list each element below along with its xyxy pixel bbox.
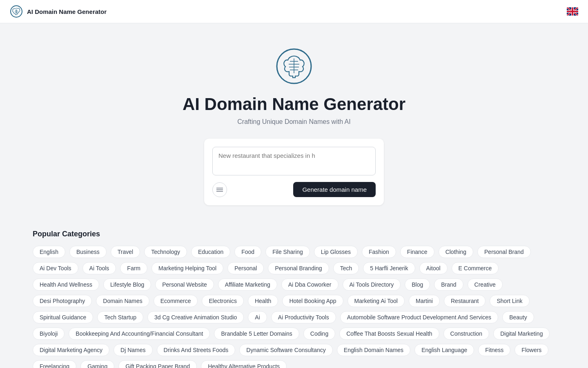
header-left: AI Domain Name Generator [10,5,107,18]
category-tag[interactable]: Lip Glosses [314,246,358,258]
category-tag[interactable]: English [33,246,65,258]
categories-title: Popular Categories [33,230,555,238]
category-tag[interactable]: Ai Productivity Tools [271,311,336,323]
category-tag[interactable]: Brand [434,278,463,291]
category-tag[interactable]: Business [69,246,107,258]
category-tag[interactable]: Fitness [478,344,510,356]
header: AI Domain Name Generator [0,0,588,23]
category-tag[interactable]: Fashion [362,246,396,258]
category-tag[interactable]: Automobile Software Product Development … [340,311,498,323]
category-tag[interactable]: Ai Dev Tools [33,262,78,274]
category-tag[interactable]: Coding [303,328,335,340]
category-tag[interactable]: Travel [111,246,140,258]
category-tag[interactable]: Ai Dba Coworker [281,278,339,291]
search-actions: Generate domain name [212,182,376,197]
category-tag[interactable]: Drinks And Streets Foods [157,344,236,356]
category-tag[interactable]: Technology [144,246,187,258]
category-tag[interactable]: Digital Marketing [493,328,550,340]
category-tag[interactable]: Beauty [502,311,534,323]
category-tag[interactable]: Desi Photography [33,295,92,307]
category-tag[interactable]: Tech Startup [97,311,143,323]
category-tag[interactable]: Clothing [439,246,473,258]
category-tag[interactable]: Health And Wellness [33,278,99,291]
category-tag[interactable]: Short Link [490,295,529,307]
category-tag[interactable]: Marketing Helping Tool [151,262,223,274]
category-tag[interactable]: Martini [409,295,440,307]
category-tag[interactable]: Gift Packing Paper Brand [118,360,197,368]
category-tag[interactable]: Finance [400,246,434,258]
category-tag[interactable]: File Sharing [265,246,310,258]
category-tag[interactable]: Tech [333,262,359,274]
category-tag[interactable]: Gaming [80,360,114,368]
category-tag[interactable]: Personal Brand [477,246,531,258]
category-tag[interactable]: Food [234,246,261,258]
category-tag[interactable]: Creative [468,278,503,291]
category-tag[interactable]: Domain Names [96,295,149,307]
category-tag[interactable]: Farm [120,262,147,274]
category-tag[interactable]: Flowers [514,344,548,356]
hero-title: AI Domain Name Generator [183,94,405,114]
category-tag[interactable]: Ecommerce [154,295,198,307]
category-tag[interactable]: E Commerce [452,262,499,274]
category-tag[interactable]: Ai Tools Directory [343,278,401,291]
category-tag[interactable]: Spiritual Guidance [33,311,93,323]
category-tag[interactable]: Education [191,246,230,258]
category-tag[interactable]: Electronics [202,295,243,307]
options-button[interactable] [212,182,227,197]
category-tag[interactable]: English Domain Names [337,344,410,356]
category-tag[interactable]: Restaurant [444,295,486,307]
category-tag[interactable]: Healthy Alternative Products [201,360,287,368]
category-tag[interactable]: Aitool [419,262,448,274]
category-tag[interactable]: Marketing Ai Tool [347,295,405,307]
search-input[interactable] [212,147,376,175]
header-title: AI Domain Name Generator [27,8,107,15]
category-tag[interactable]: Ai [248,311,267,323]
search-container: Generate domain name [204,139,384,205]
category-tag[interactable]: Personal Branding [268,262,329,274]
category-tag[interactable]: Brandable 5 Letter Domains [214,328,299,340]
category-tag[interactable]: Digital Marketing Agency [33,344,109,356]
brain-logo-icon [10,5,23,18]
category-tag[interactable]: Personal [227,262,264,274]
category-tag[interactable]: English Language [414,344,474,356]
generate-button[interactable]: Generate domain name [293,182,376,197]
category-tag[interactable]: Personal Website [155,278,214,291]
categories-section: Popular Categories EnglishBusinessTravel… [0,222,588,368]
category-tag[interactable]: Dynamic Software Consultancy [239,344,333,356]
category-tag[interactable]: Blog [405,278,430,291]
category-tag[interactable]: Construction [443,328,490,340]
category-tag[interactable]: Lifestyle Blog [103,278,151,291]
category-tag[interactable]: Affiliate Marketing [218,278,277,291]
category-tag[interactable]: Ai Tools [82,262,116,274]
language-flag-icon[interactable] [567,7,578,16]
category-tag[interactable]: Health [248,295,278,307]
category-tag[interactable]: Freelancing [33,360,76,368]
hero-brain-icon [276,48,312,85]
category-tag[interactable]: Bookkeeping And Accounting/Financial Con… [69,328,210,340]
category-tag[interactable]: 3d Cg Creative Animation Studio [147,311,244,323]
options-icon [216,187,223,192]
hero-section: AI Domain Name Generator Crafting Unique… [0,23,588,222]
category-tag[interactable]: Hotel Booking App [282,295,343,307]
tags-container: EnglishBusinessTravelTechnologyEducation… [33,246,555,368]
category-tag[interactable]: 5 Harfli Jenerik [363,262,415,274]
hero-subtitle: Crafting Unique Domain Names with AI [237,118,350,126]
category-tag[interactable]: Coffee That Boosts Sexual Health [339,328,439,340]
category-tag[interactable]: Dj Names [114,344,152,356]
category-tag[interactable]: Biyoloji [33,328,65,340]
